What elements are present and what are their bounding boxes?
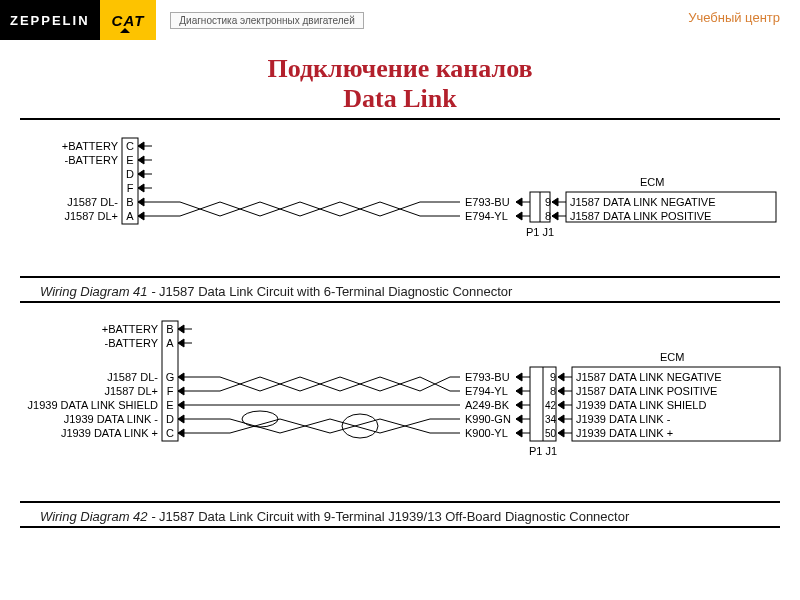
svg-marker-30 (178, 373, 184, 381)
svg-marker-32 (178, 387, 184, 395)
d1-ecm-neg: J1587 DATA LINK NEGATIVE (570, 196, 716, 208)
d2-pin-b: B (166, 323, 173, 335)
d1-pin-d: D (126, 168, 134, 180)
d1-bat-neg: -BATTERY (65, 154, 119, 166)
header: ZEPPELIN CAT Диагностика электронных дви… (0, 0, 800, 40)
d2-pin-50: 50 (545, 428, 557, 439)
title-line1: Подключение каналов (0, 54, 800, 84)
d2-pin-d: D (166, 413, 174, 425)
d2-pin-f: F (167, 385, 174, 397)
logo-cat: CAT (100, 0, 157, 40)
d1-wire-bu: E793-BU (465, 196, 510, 208)
svg-marker-59 (558, 415, 564, 423)
d2-ecm-neg: J1587 DATA LINK NEGATIVE (576, 371, 722, 383)
header-right-label: Учебный центр (688, 10, 780, 25)
d2-pin-8: 8 (550, 385, 556, 397)
divider-top (20, 118, 780, 120)
svg-marker-2 (138, 142, 144, 150)
svg-marker-12 (138, 212, 144, 220)
svg-marker-18 (552, 198, 558, 206)
d1-ecm-label: ECM (640, 176, 664, 188)
header-subtitle: Диагностика электронных двигателей (170, 12, 363, 29)
svg-marker-8 (138, 184, 144, 192)
svg-marker-26 (178, 325, 184, 333)
logo-zeppelin: ZEPPELIN (0, 0, 100, 40)
caption-text-1: J1587 Data Link Circuit with 6-Terminal … (159, 284, 512, 299)
svg-marker-49 (516, 415, 522, 423)
d1-pin-a: A (126, 210, 134, 222)
svg-marker-61 (558, 429, 564, 437)
svg-marker-53 (558, 373, 564, 381)
logo-cat-text: CAT (112, 12, 145, 29)
d1-pin-f: F (127, 182, 134, 194)
d2-shield: J1939 DATA LINK SHIELD (28, 399, 158, 411)
d1-bat-pos: +BATTERY (62, 140, 119, 152)
d2-ecm-shield: J1939 DATA LINK SHIELD (576, 399, 706, 411)
d2-left-arrows (178, 325, 192, 437)
d1-wire-yl: E794-YL (465, 210, 508, 222)
d2-pin-e: E (166, 399, 173, 411)
d2-pin-9: 9 (550, 371, 556, 383)
d1-j1587-dlm: J1587 DL- (67, 196, 118, 208)
svg-marker-16 (516, 212, 522, 220)
d2-wire-yl: E794-YL (465, 385, 508, 397)
divider-d2-bottom (20, 526, 780, 528)
d2-ecm-j1939m: J1939 DATA LINK - (576, 413, 671, 425)
svg-marker-14 (516, 198, 522, 206)
d2-pin-c: C (166, 427, 174, 439)
svg-marker-47 (516, 401, 522, 409)
d1-left-arrows (138, 142, 152, 220)
svg-marker-28 (178, 339, 184, 347)
caption-prefix-1: Wiring Diagram 41 - (40, 284, 159, 299)
svg-marker-45 (516, 387, 522, 395)
divider-d2-top (20, 501, 780, 503)
d2-pin-a: A (166, 337, 174, 349)
d1-pin-c: C (126, 140, 134, 152)
d1-p1j1: P1 J1 (526, 226, 554, 238)
diagram-1: +BATTERY -BATTERY J1587 DL- J1587 DL+ C … (0, 124, 800, 274)
caption-text-2: J1587 Data Link Circuit with 9-Terminal … (159, 509, 629, 524)
svg-marker-34 (178, 401, 184, 409)
d2-wire-bk: A249-BK (465, 399, 510, 411)
d2-bat-pos: +BATTERY (102, 323, 159, 335)
d2-pin-g: G (166, 371, 175, 383)
svg-marker-20 (552, 212, 558, 220)
svg-marker-10 (138, 198, 144, 206)
svg-marker-6 (138, 170, 144, 178)
d1-ecm-pos: J1587 DATA LINK POSITIVE (570, 210, 711, 222)
d1-pin-9: 9 (545, 196, 551, 208)
svg-marker-51 (516, 429, 522, 437)
d2-p1j1: P1 J1 (529, 445, 557, 457)
divider-d1-bottom (20, 301, 780, 303)
d2-pin-42: 42 (545, 400, 557, 411)
d1-j1587-dlp: J1587 DL+ (64, 210, 118, 222)
svg-marker-43 (516, 373, 522, 381)
d1-pin-e: E (126, 154, 133, 166)
diagram-2: +BATTERY -BATTERY J1587 DL- J1587 DL+ J1… (0, 309, 800, 499)
svg-point-41 (342, 414, 378, 438)
d2-wire-gn: K990-GN (465, 413, 511, 425)
title-line2: Data Link (0, 84, 800, 114)
svg-marker-38 (178, 429, 184, 437)
d2-pin-34: 34 (545, 414, 557, 425)
page-title: Подключение каналов Data Link (0, 54, 800, 114)
svg-marker-57 (558, 401, 564, 409)
cat-triangle-icon (120, 28, 130, 33)
d1-pin-8: 8 (545, 210, 551, 222)
d1-pin-b: B (126, 196, 133, 208)
d2-wire-bu: E793-BU (465, 371, 510, 383)
svg-marker-55 (558, 387, 564, 395)
d2-ecm-pos: J1587 DATA LINK POSITIVE (576, 385, 717, 397)
d2-wire-yl2: K900-YL (465, 427, 508, 439)
divider-d1-top (20, 276, 780, 278)
diagram-1-caption: Wiring Diagram 41 - J1587 Data Link Circ… (40, 284, 780, 299)
d2-bat-neg: -BATTERY (105, 337, 159, 349)
svg-marker-4 (138, 156, 144, 164)
d2-ecm-j1939p: J1939 DATA LINK + (576, 427, 673, 439)
d2-j1939p: J1939 DATA LINK + (61, 427, 158, 439)
d2-j1939m: J1939 DATA LINK - (64, 413, 159, 425)
d1-right-arrows (516, 198, 566, 220)
d2-j1587-dlp: J1587 DL+ (104, 385, 158, 397)
d2-right-arrows (516, 373, 572, 437)
d2-ecm-label: ECM (660, 351, 684, 363)
